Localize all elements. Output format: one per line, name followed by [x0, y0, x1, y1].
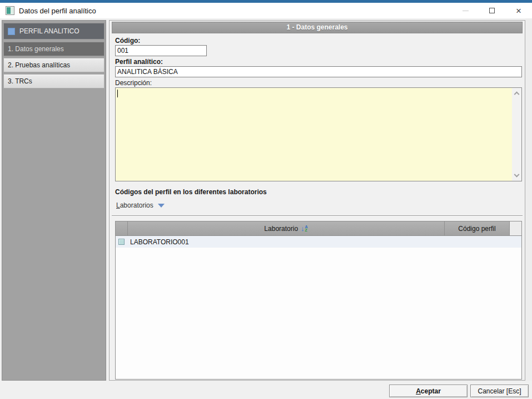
laboratorios-dropdown-label: Laboratorios [116, 201, 153, 209]
table-header-padding [510, 221, 521, 236]
sidebar-item-trcs[interactable]: 3. TRCs [3, 74, 105, 88]
minimize-button[interactable] [453, 3, 478, 18]
sidebar-header-perfil-analitico: PERFIL ANALITICO [3, 23, 105, 40]
sidebar-item-label: 2. Pruebas analíticas [8, 61, 70, 69]
sort-ascending-icon: ↓ A Z [301, 225, 308, 232]
sidebar-header-label: PERFIL ANALITICO [19, 27, 79, 35]
codigo-label: Código: [115, 37, 140, 45]
dropdown-arrow-icon [158, 204, 165, 208]
laboratorio-column-label: Laboratorio [264, 225, 298, 233]
maximize-icon [489, 8, 495, 13]
scroll-down-icon[interactable] [512, 171, 521, 181]
footer-bar: Aceptar Cancelar [Esc] [0, 381, 532, 399]
accept-button-label: Aceptar [416, 387, 441, 395]
chevron-up-icon [514, 91, 520, 97]
chevron-down-icon [514, 172, 520, 178]
scroll-up-icon[interactable] [512, 88, 521, 97]
sort-arrow: ↓ [301, 225, 305, 232]
perfil-label: Perfil analítico: [115, 58, 163, 66]
window-title: Datos del perfil analítico [19, 7, 96, 15]
perfil-analitico-input[interactable] [115, 66, 522, 77]
accept-button[interactable]: Aceptar [389, 385, 468, 397]
app-icon [6, 6, 14, 15]
laboratorios-table: Laboratorio ↓ A Z Código perfil LAB [115, 221, 522, 380]
codigo-perfil-column-label: Código perfil [458, 225, 495, 233]
sidebar-item-label: 1. Datos generales [8, 45, 64, 53]
sort-az-letters: A Z [305, 225, 308, 232]
table-header-row: Laboratorio ↓ A Z Código perfil [116, 221, 521, 236]
section-header: 1 - Datos generales [112, 22, 523, 33]
main-panel: 1 - Datos generales Código: Perfil analí… [109, 20, 525, 381]
maximize-button[interactable] [479, 3, 505, 18]
descripcion-textarea[interactable] [115, 87, 522, 181]
table-header-icon-column [116, 221, 128, 236]
sidebar: PERFIL ANALITICO 1. Datos generales 2. P… [2, 20, 106, 381]
cancel-button[interactable]: Cancelar [Esc] [470, 385, 529, 397]
laboratorio-cell: LABORATORIO001 [130, 238, 189, 246]
descripcion-label: Descripción: [115, 79, 152, 87]
sidebar-item-label: 3. TRCs [8, 77, 32, 85]
table-header-laboratorio[interactable]: Laboratorio ↓ A Z [128, 221, 445, 236]
laboratorios-dropdown[interactable]: Laboratorios [116, 200, 165, 211]
table-row-laboratorio001[interactable]: LABORATORIO001 [116, 236, 521, 248]
codigo-input[interactable] [115, 45, 207, 56]
dialog-right-edge [525, 18, 532, 381]
sidebar-item-datos-generales[interactable]: 1. Datos generales [3, 42, 105, 56]
codes-section-title: Códigos del perfil en los diferentes lab… [115, 188, 267, 196]
cancel-button-label: Cancelar [Esc] [478, 387, 521, 395]
minimize-icon [463, 11, 469, 11]
record-square-icon [118, 239, 125, 245]
textarea-scrollbar[interactable] [512, 88, 521, 181]
profile-square-icon [8, 28, 15, 35]
separator-line [112, 215, 523, 216]
sidebar-item-pruebas-analiticas[interactable]: 2. Pruebas analíticas [3, 58, 105, 72]
title-bar: Datos del perfil analítico × [0, 3, 532, 18]
table-header-codigo-perfil[interactable]: Código perfil [445, 221, 510, 236]
close-icon: × [516, 6, 521, 16]
close-button[interactable]: × [506, 3, 531, 18]
text-caret [117, 90, 118, 97]
dialog-datos-perfil-analitico: Datos del perfil analítico × PERFIL ANAL… [0, 0, 532, 399]
